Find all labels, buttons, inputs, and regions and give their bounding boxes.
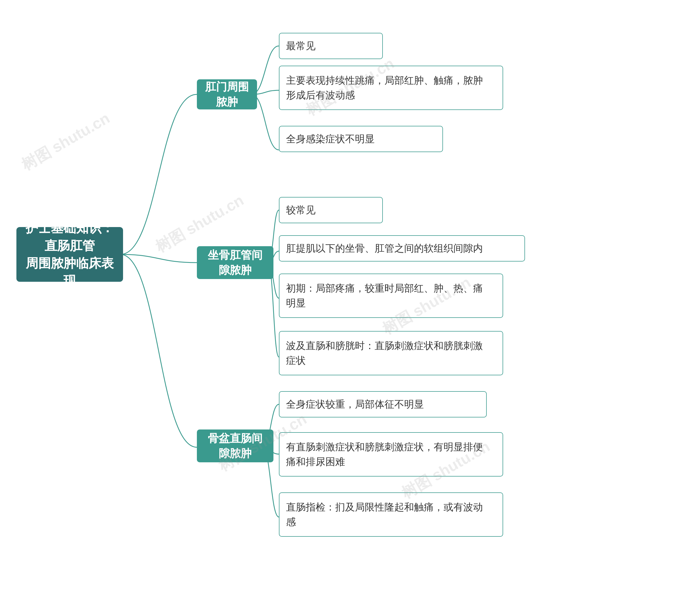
leaf-3b-text: 有直肠刺激症状和膀胱刺激症状，有明显排便 痛和排尿困难	[286, 440, 483, 469]
leaf-2d-text: 波及直肠和膀胱时：直肠刺激症状和膀胱刺激 症状	[286, 338, 483, 368]
leaf-1a-text: 最常见	[286, 39, 316, 53]
watermark-1: 树图 shutu.cn	[18, 108, 114, 175]
leaf-3b: 有直肠刺激症状和膀胱刺激症状，有明显排便 痛和排尿困难	[279, 432, 503, 477]
category-2-label: 坐骨肛管间隙脓肿	[203, 247, 267, 278]
leaf-2a-text: 较常见	[286, 203, 316, 217]
root-node-text: 护士基础知识：直肠肛管 周围脓肿临床表现	[22, 219, 118, 290]
leaf-2d: 波及直肠和膀胱时：直肠刺激症状和膀胱刺激 症状	[279, 331, 503, 375]
category-3-label: 骨盆直肠间隙脓肿	[203, 431, 267, 461]
mind-map: 护士基础知识：直肠肛管 周围脓肿临床表现 肛门周围脓肿 最常见 主要表现持续性跳…	[0, 0, 700, 601]
leaf-3a: 全身症状较重，局部体征不明显	[279, 391, 487, 417]
leaf-1a: 最常见	[279, 33, 383, 59]
leaf-2a: 较常见	[279, 197, 383, 223]
leaf-2c-text: 初期：局部疼痛，较重时局部红、肿、热、痛 明显	[286, 281, 483, 311]
leaf-2b: 肛提肌以下的坐骨、肛管之间的软组织间隙内	[279, 235, 525, 262]
leaf-1b-text: 主要表现持续性跳痛，局部红肿、触痛，脓肿 形成后有波动感	[286, 73, 483, 102]
category-1-label: 肛门周围脓肿	[203, 79, 250, 110]
category-1-node: 肛门周围脓肿	[197, 79, 257, 110]
leaf-3a-text: 全身症状较重，局部体征不明显	[286, 397, 424, 412]
leaf-1b: 主要表现持续性跳痛，局部红肿、触痛，脓肿 形成后有波动感	[279, 66, 503, 110]
leaf-2c: 初期：局部疼痛，较重时局部红、肿、热、痛 明显	[279, 273, 503, 318]
category-3-node: 骨盆直肠间隙脓肿	[197, 430, 273, 462]
category-2-node: 坐骨肛管间隙脓肿	[197, 246, 273, 279]
leaf-3c-text: 直肠指检：扪及局限性隆起和触痛，或有波动 感	[286, 500, 483, 529]
leaf-1c: 全身感染症状不明显	[279, 126, 443, 152]
leaf-3c: 直肠指检：扪及局限性隆起和触痛，或有波动 感	[279, 492, 503, 537]
leaf-2b-text: 肛提肌以下的坐骨、肛管之间的软组织间隙内	[286, 241, 483, 256]
root-node: 护士基础知识：直肠肛管 周围脓肿临床表现	[17, 227, 123, 282]
leaf-1c-text: 全身感染症状不明显	[286, 131, 375, 146]
